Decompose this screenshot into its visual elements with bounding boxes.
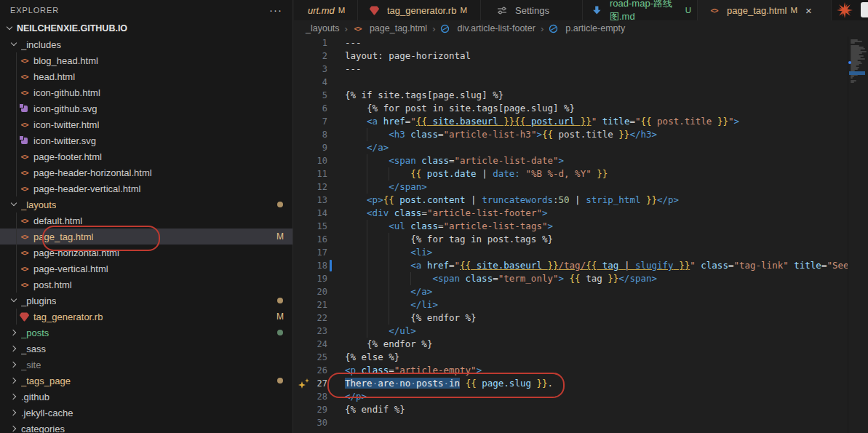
cutoff-panel-icon[interactable] [861, 2, 868, 17]
code-line-25[interactable]: 25{% else %} [294, 351, 848, 364]
code-token: post.content [394, 194, 471, 205]
line-number: 11 [294, 167, 327, 180]
code-line-4[interactable]: 4 [294, 76, 848, 89]
code-line-19[interactable]: 19<span class="term_only"> {{ tag }}</sp… [294, 272, 848, 285]
tree-item-_posts[interactable]: _posts [0, 325, 292, 341]
tab-tag_generator.rb[interactable]: tag_generator.rbM [358, 0, 481, 20]
tree-item-.jekyll-cache[interactable]: .jekyll-cache [0, 405, 292, 421]
code-token: > [477, 365, 482, 376]
code-line-15[interactable]: 15<ul class="article-list-tags"> [294, 220, 848, 233]
tree-item-page-vertical.html[interactable]: <>page-vertical.html [0, 261, 292, 277]
code-token: tag [597, 260, 624, 271]
breadcrumb-item-_layouts[interactable]: _layouts [306, 23, 340, 33]
code-line-27[interactable]: 27There·are·no·posts·in {{ page.slug }}. [294, 377, 848, 390]
code-action-sparkle-icon[interactable] [298, 378, 310, 389]
code-line-13[interactable]: 13<p>{{ post.content | truncatewords:50 … [294, 194, 848, 207]
code-line-22[interactable]: 22{% endfor %} [294, 311, 848, 325]
code-line-1[interactable]: 1--- [294, 36, 848, 49]
code-token [564, 273, 570, 284]
code-line-3[interactable]: 3--- [294, 63, 848, 76]
breadcrumb-separator: › [432, 23, 435, 34]
breadcrumb-item-p.article-empty[interactable]: p.article-empty [549, 23, 625, 33]
indent-guide [345, 338, 367, 351]
code-line-21[interactable]: 21</li> [294, 298, 848, 311]
tree-item-icon-twitter.svg[interactable]: icon-twitter.svg [0, 132, 292, 148]
code-line-8[interactable]: 8<h3 class="article-list-h3">{{ post.tit… [294, 128, 848, 141]
tree-item-label: page-horizontal.html [33, 247, 119, 258]
tab-page_tag.html[interactable]: <>page_tag.htmlM× [698, 0, 832, 20]
tree-item-page-footer.html[interactable]: <>page-footer.html [0, 148, 292, 164]
code-line-11[interactable]: 11{{ post.date | date: "%B %-d, %Y" }} [294, 167, 848, 180]
tree-item-icon-twitter.html[interactable]: <>icon-twitter.html [0, 116, 292, 132]
code-line-2[interactable]: 2layout: page-horizontal [294, 49, 848, 63]
tab-urt.md[interactable]: urt.mdM [294, 0, 358, 20]
breadcrumb-item-page_tag.html[interactable]: <>page_tag.html [353, 23, 427, 33]
tree-item-head.html[interactable]: <>head.html [0, 68, 292, 84]
code-text: {{ post.date | date: "%B %-d, %Y" }} [345, 167, 608, 180]
code-token: = [389, 365, 394, 376]
more-actions-icon[interactable]: ··· [269, 7, 282, 14]
code-line-18[interactable]: 18<a href="{{ site.baseurl }}/tag/{{ tag… [294, 259, 848, 272]
tree-item-label: head.html [33, 71, 75, 82]
code-line-28[interactable]: 28</p> [294, 390, 848, 403]
code-line-10[interactable]: 10<span class="article-list-date"> [294, 154, 848, 167]
code-text: {% for tag in post.tags %} [345, 233, 553, 246]
tree-item-_layouts[interactable]: _layouts [0, 196, 292, 212]
code-token: > [547, 221, 553, 231]
tree-item-page_tag.html[interactable]: <>page_tag.htmlM [0, 229, 292, 245]
code-token: {{ [542, 129, 553, 140]
tree-item-page-header-horizontal.html[interactable]: <>page-header-horizontal.html [0, 164, 292, 180]
tree-item-page-horizontal.html[interactable]: <>page-horizontal.html [0, 245, 292, 261]
tree-item-_plugins[interactable]: _plugins [0, 293, 292, 309]
tree-item-.github[interactable]: .github [0, 389, 292, 405]
line-number: 6 [294, 102, 327, 115]
html-file-icon: <> [20, 121, 29, 129]
tree-item-_tags_page[interactable]: _tags_page [0, 373, 292, 389]
tree-root[interactable]: NEILCHENXIE.GITHUB.IO [0, 20, 292, 36]
line-number: 8 [294, 128, 327, 141]
tree-item-icon-github.html[interactable]: <>icon-github.html [0, 84, 292, 100]
code-line-16[interactable]: 16{% for tag in post.tags %} [294, 233, 848, 246]
tree-item-tag_generator.rb[interactable]: tag_generator.rbM [0, 309, 292, 325]
tab-road-map-路线图.md[interactable]: road-map-路线图.mdU [583, 0, 698, 20]
tree-item-page-header-vertical.html[interactable]: <>page-header-vertical.html [0, 180, 292, 196]
code-line-14[interactable]: 14<div class="article-list-footer"> [294, 207, 848, 220]
tree-item-label: tag_generator.rb [33, 311, 103, 322]
code-line-17[interactable]: 17<li> [294, 246, 848, 259]
file-tree: _includes<>blog_head.html<>head.html<>ic… [0, 36, 292, 433]
close-icon[interactable]: × [805, 4, 812, 17]
code-line-7[interactable]: 7<a href="{{ site.baseurl }}{{ post.url … [294, 115, 848, 128]
code-line-20[interactable]: 20</a> [294, 285, 848, 298]
code-line-9[interactable]: 9</a> [294, 141, 848, 154]
explorer-sidebar: EXPLORER ··· NEILCHENXIE.GITHUB.IO _incl… [0, 0, 293, 433]
code-line-29[interactable]: 29{% endif %} [294, 403, 848, 416]
tree-item-post.html[interactable]: <>post.html [0, 277, 292, 293]
tree-item-default.html[interactable]: <>default.html [0, 212, 292, 229]
tree-item-_sass[interactable]: _sass [0, 341, 292, 357]
code-line-6[interactable]: 6{% for post in site.tags[page.slug] %} [294, 102, 848, 115]
code-line-24[interactable]: 24{% endfor %} [294, 338, 848, 351]
code-token [460, 378, 466, 389]
tree-item-icon-github.svg[interactable]: icon-github.svg [0, 100, 292, 116]
tree-item-_site[interactable]: _site [0, 357, 292, 373]
tree-item-blog_head.html[interactable]: <>blog_head.html [0, 52, 292, 68]
minimap[interactable] [848, 36, 868, 433]
code-line-12[interactable]: 12</span> [294, 180, 848, 194]
breadcrumb-item-div.article-list-footer[interactable]: div.article-list-footer [440, 23, 535, 33]
starburst-icon[interactable] [837, 2, 853, 18]
tree-item-label: default.html [33, 215, 82, 226]
tree-item-_includes[interactable]: _includes [0, 36, 292, 52]
code-editor[interactable]: 1---2layout: page-horizontal3---45{% if … [294, 36, 848, 433]
code-token: "article-list-date" [455, 155, 559, 166]
code-token: {% if site.tags[page.slug] %} [345, 90, 503, 100]
code-line-26[interactable]: 26<p class="article-empty"> [294, 364, 848, 377]
tab-dirty-badge: M [338, 6, 346, 15]
code-line-5[interactable]: 5{% if site.tags[page.slug] %} [294, 89, 848, 102]
code-line-23[interactable]: 23</ul> [294, 325, 848, 338]
tree-indent-guide [16, 212, 17, 293]
tree-item-categories[interactable]: categories [0, 421, 292, 433]
code-line-30[interactable]: 30 [294, 416, 848, 429]
code-token [597, 116, 602, 127]
breadcrumb-label: page_tag.html [370, 23, 427, 33]
tab-Settings[interactable]: Settings [481, 0, 583, 20]
